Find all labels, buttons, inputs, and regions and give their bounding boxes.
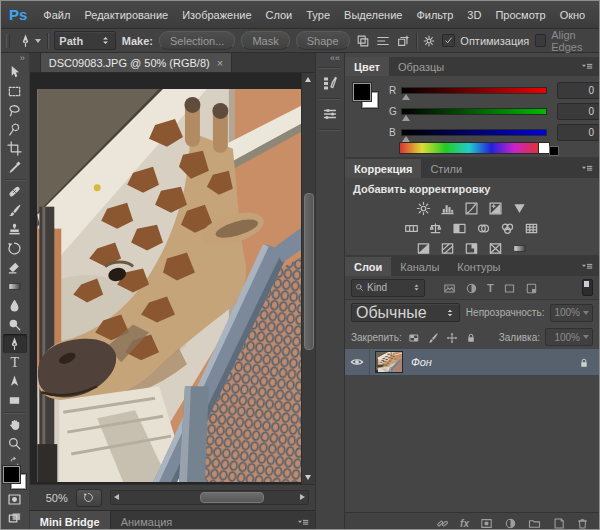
filter-pixel-layers-icon[interactable]: [443, 279, 456, 297]
new-layer-icon[interactable]: [552, 514, 565, 530]
threshold-icon[interactable]: [464, 239, 479, 257]
black-white-icon[interactable]: [452, 219, 467, 237]
tab-layers[interactable]: Слои: [345, 257, 391, 276]
tab-paths[interactable]: Контуры: [448, 257, 509, 276]
layer-visibility-button[interactable]: [345, 349, 370, 375]
color-spectrum-ramp[interactable]: [399, 142, 539, 154]
healing-brush-tool[interactable]: [3, 182, 27, 201]
menu-layers[interactable]: Слои: [259, 9, 300, 21]
menu-view[interactable]: Просмотр: [488, 9, 552, 21]
layer-style-fx-button[interactable]: fx: [460, 518, 469, 529]
slider-thumb[interactable]: [402, 94, 410, 100]
make-shape-button[interactable]: Shape: [296, 31, 350, 50]
gradient-tool[interactable]: [3, 277, 27, 296]
lasso-tool[interactable]: [3, 101, 27, 120]
brightness-contrast-icon[interactable]: [416, 199, 431, 217]
clone-stamp-tool[interactable]: [3, 220, 27, 239]
panel-menu-icon[interactable]: [296, 513, 310, 530]
invert-icon[interactable]: [416, 239, 431, 257]
layer-row-background[interactable]: Фон: [345, 349, 599, 376]
color-panel-swatches[interactable]: [353, 83, 379, 109]
lock-position-icon[interactable]: [446, 328, 458, 346]
brush-tool[interactable]: [3, 201, 27, 220]
tab-close-icon[interactable]: ×: [217, 57, 223, 69]
quick-selection-tool[interactable]: [3, 120, 27, 139]
status-info-button[interactable]: [76, 489, 102, 507]
foreground-color-swatch[interactable]: [3, 466, 20, 483]
curves-icon[interactable]: [464, 199, 479, 217]
make-selection-button[interactable]: Selection...: [159, 31, 235, 50]
toolbar-collapse-button[interactable]: »: [20, 54, 25, 63]
green-slider[interactable]: [401, 108, 547, 115]
zoom-tool[interactable]: [3, 434, 27, 453]
scroll-left-icon[interactable]: [114, 494, 119, 500]
swap-colors-icon[interactable]: [8, 453, 21, 465]
fill-dropdown[interactable]: 100%: [545, 328, 593, 346]
gear-icon[interactable]: [422, 33, 436, 47]
align-edges-checkbox-row[interactable]: Align Edges: [535, 29, 599, 53]
posterize-icon[interactable]: [440, 239, 455, 257]
current-tool-button[interactable]: [18, 33, 41, 48]
path-mode-dropdown[interactable]: Path: [54, 31, 115, 50]
canvas[interactable]: [30, 73, 315, 484]
layer-filter-toggle[interactable]: [582, 279, 593, 296]
marquee-tool[interactable]: [3, 82, 27, 101]
tab-mini-bridge[interactable]: Mini Bridge: [30, 511, 111, 530]
link-layers-icon[interactable]: [436, 514, 449, 530]
filter-smart-objects-icon[interactable]: [525, 279, 538, 297]
photo-filter-icon[interactable]: [476, 219, 491, 237]
type-tool[interactable]: T: [3, 353, 27, 372]
menu-window[interactable]: Окно: [553, 9, 593, 21]
menu-3d[interactable]: 3D: [460, 9, 488, 21]
menu-file[interactable]: Файл: [36, 9, 77, 21]
delete-layer-icon[interactable]: [576, 514, 589, 530]
panel-menu-icon[interactable]: [580, 258, 594, 276]
history-panel-icon[interactable]: [318, 71, 342, 95]
horizontal-scrollbar[interactable]: [110, 490, 309, 505]
exposure-icon[interactable]: [488, 199, 503, 217]
red-slider[interactable]: [401, 87, 547, 94]
dodge-tool[interactable]: [3, 315, 27, 334]
hue-saturation-icon[interactable]: [404, 219, 419, 237]
slider-thumb[interactable]: [402, 115, 410, 121]
options-bar-grip[interactable]: [6, 34, 10, 48]
menu-edit[interactable]: Редактирование: [77, 9, 175, 21]
crop-tool[interactable]: [3, 139, 27, 158]
tab-swatches[interactable]: Образцы: [389, 57, 453, 76]
vertical-scroll-thumb[interactable]: [304, 193, 314, 350]
blend-mode-dropdown[interactable]: Обычные: [351, 303, 460, 322]
panel-menu-icon[interactable]: [580, 160, 594, 178]
lock-all-icon[interactable]: [465, 328, 477, 346]
levels-icon[interactable]: [440, 199, 455, 217]
vibrance-icon[interactable]: [512, 199, 527, 217]
blur-tool[interactable]: [3, 296, 27, 315]
tab-color[interactable]: Цвет: [345, 57, 389, 76]
foreground-color-swatch[interactable]: [353, 83, 371, 101]
path-alignment-icon[interactable]: [376, 33, 390, 47]
filter-kind-dropdown[interactable]: Kind: [351, 279, 425, 297]
eraser-tool[interactable]: [3, 258, 27, 277]
eyedropper-tool[interactable]: [3, 158, 27, 177]
color-lookup-icon[interactable]: [524, 219, 539, 237]
lock-transparency-icon[interactable]: [408, 328, 420, 346]
color-balance-icon[interactable]: [428, 219, 443, 237]
panel-menu-icon[interactable]: [580, 58, 594, 76]
add-layer-mask-icon[interactable]: [480, 514, 493, 530]
green-value[interactable]: 0: [557, 103, 600, 120]
filter-type-layers-icon[interactable]: T: [487, 282, 494, 294]
scroll-up-icon[interactable]: [305, 77, 311, 82]
properties-panel-icon[interactable]: [318, 102, 342, 126]
scroll-down-icon[interactable]: [305, 475, 311, 480]
channel-mixer-icon[interactable]: [500, 219, 515, 237]
dock-expand-button[interactable]: ««: [330, 54, 340, 63]
history-brush-tool[interactable]: [3, 239, 27, 258]
selective-color-icon[interactable]: [488, 239, 503, 257]
menu-select[interactable]: Выделение: [337, 9, 409, 21]
tab-animation[interactable]: Анимация: [111, 511, 183, 530]
lock-pixels-icon[interactable]: [427, 328, 439, 346]
new-group-icon[interactable]: [528, 514, 541, 530]
path-operations-icon[interactable]: [356, 33, 370, 47]
gradient-map-icon[interactable]: [512, 239, 527, 257]
tab-adjustments[interactable]: Коррекция: [345, 159, 421, 178]
blue-value[interactable]: 0: [557, 124, 600, 141]
